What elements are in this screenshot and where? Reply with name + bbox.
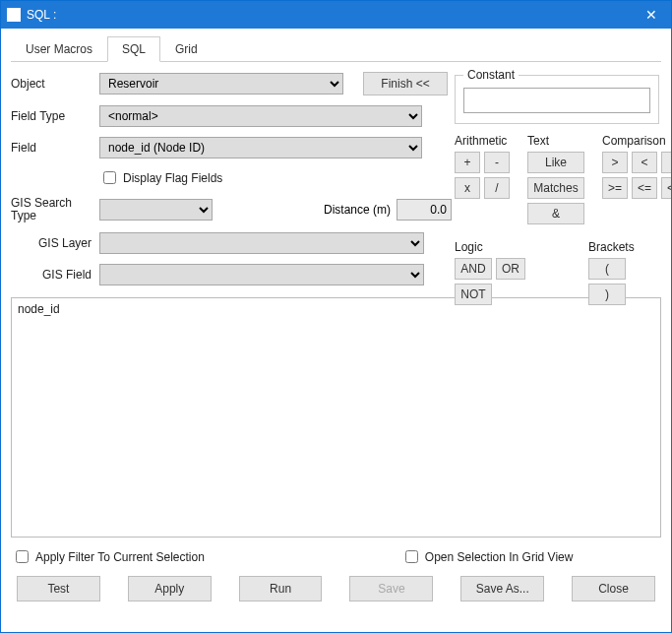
label-gis-field: GIS Field — [11, 268, 99, 282]
op-rparen[interactable]: ) — [588, 284, 626, 305]
display-flag-checkbox[interactable] — [103, 171, 116, 184]
op-eq[interactable]: = — [661, 152, 672, 173]
test-button[interactable]: Test — [17, 576, 100, 601]
distance-input[interactable] — [397, 199, 452, 221]
display-flag-check[interactable]: Display Flag Fields — [99, 168, 222, 187]
op-or[interactable]: OR — [496, 258, 525, 280]
label-field-type: Field Type — [11, 109, 99, 123]
gis-search-type-select[interactable] — [99, 199, 213, 221]
op-not[interactable]: NOT — [455, 284, 492, 305]
close-button[interactable]: Close — [572, 576, 655, 601]
label-gis-search-type: GIS Search Type — [11, 197, 99, 222]
label-text: Text — [527, 134, 584, 148]
op-lt[interactable]: < — [632, 152, 657, 173]
field-type-select[interactable]: <normal> — [99, 105, 422, 127]
run-button[interactable]: Run — [239, 576, 323, 601]
constant-group: Constant — [455, 68, 659, 124]
op-neq[interactable]: <> — [661, 177, 672, 199]
label-distance: Distance (m) — [324, 203, 391, 217]
op-lte[interactable]: <= — [632, 177, 657, 199]
label-field: Field — [11, 141, 99, 155]
save-as-button[interactable]: Save As... — [460, 576, 544, 601]
field-select[interactable]: node_id (Node ID) — [99, 137, 422, 158]
op-plus[interactable]: + — [455, 152, 480, 173]
tab-sql[interactable]: SQL — [107, 36, 160, 62]
open-grid-checkbox[interactable] — [405, 550, 418, 563]
op-matches[interactable]: Matches — [527, 177, 584, 199]
sql-editor[interactable]: node_id — [11, 297, 661, 538]
tab-grid[interactable]: Grid — [160, 36, 213, 62]
save-button[interactable]: Save — [349, 576, 433, 601]
label-logic: Logic — [455, 240, 525, 254]
label-brackets: Brackets — [588, 240, 635, 254]
op-like[interactable]: Like — [527, 152, 584, 173]
op-gt[interactable]: > — [602, 152, 628, 173]
op-mul[interactable]: x — [455, 177, 480, 199]
label-object: Object — [11, 77, 99, 91]
gis-layer-select[interactable] — [99, 232, 424, 254]
tab-bar: User Macros SQL Grid — [11, 36, 661, 62]
tab-user-macros[interactable]: User Macros — [11, 36, 107, 62]
titlebar: SQL : ✕ — [1, 1, 671, 29]
op-lparen[interactable]: ( — [588, 258, 626, 280]
apply-button[interactable]: Apply — [128, 576, 212, 601]
window-title: SQL : — [27, 8, 56, 22]
app-icon — [7, 8, 21, 22]
label-gis-layer: GIS Layer — [11, 236, 99, 250]
object-select[interactable]: Reservoir — [99, 73, 343, 95]
close-icon[interactable]: ✕ — [638, 7, 665, 23]
label-constant: Constant — [463, 68, 519, 82]
apply-filter-check[interactable]: Apply Filter To Current Selection — [12, 547, 205, 566]
apply-filter-checkbox[interactable] — [16, 550, 29, 563]
constant-input[interactable] — [463, 88, 650, 113]
gis-field-select[interactable] — [99, 264, 424, 285]
label-comparison: Comparison — [602, 134, 672, 148]
op-and[interactable]: AND — [455, 258, 492, 280]
op-amp[interactable]: & — [527, 203, 584, 224]
open-grid-check[interactable]: Open Selection In Grid View — [401, 547, 574, 566]
op-minus[interactable]: - — [484, 152, 510, 173]
op-div[interactable]: / — [484, 177, 510, 199]
op-gte[interactable]: >= — [602, 177, 628, 199]
finish-button[interactable]: Finish << — [363, 72, 448, 95]
label-arithmetic: Arithmetic — [455, 134, 510, 148]
